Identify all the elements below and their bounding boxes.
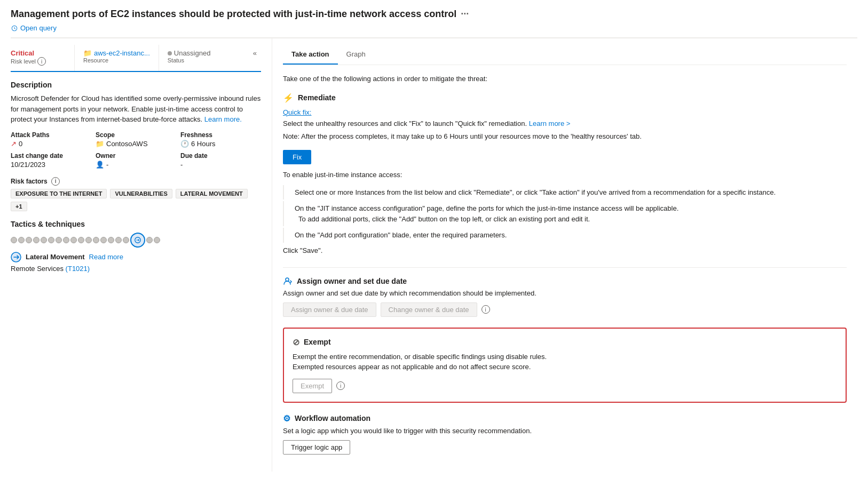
fix-button[interactable]: Fix — [283, 150, 311, 164]
risk-badge-internet: EXPOSURE TO THE INTERNET — [11, 189, 107, 198]
page-title: Management ports of EC2 instances should… — [11, 9, 857, 20]
tab-graph[interactable]: Graph — [338, 45, 374, 65]
tactic-dot-15[interactable] — [123, 237, 129, 243]
read-more-link[interactable]: Read more — [89, 253, 123, 261]
exempt-title: Exempt — [304, 338, 331, 346]
tactics-title: Tactics & techniques — [11, 220, 261, 228]
exempt-desc: Exempt the entire recommendation, or dis… — [293, 352, 837, 372]
tactic-dot-4[interactable] — [41, 237, 47, 243]
technique-link[interactable]: (T1021) — [66, 265, 90, 273]
assign-owner-header: Assign owner and set due date — [283, 276, 847, 286]
tactic-dot-17[interactable] — [146, 237, 153, 243]
jit-step-1: Select one or more Instances from the li… — [283, 185, 847, 200]
left-panel: Critical Risk level i 📁 aws-ec2-instanc.… — [11, 38, 272, 472]
jit-click-save: Click "Save". — [283, 244, 847, 257]
resource-cell[interactable]: 📁 aws-ec2-instanc... Resource — [75, 45, 159, 71]
remediate-title: Remediate — [298, 93, 336, 102]
metadata-row2: Last change date 10/21/2023 Owner 👤 - Du… — [11, 152, 261, 169]
tactic-dot-6[interactable] — [56, 237, 62, 243]
risk-level-value: Critical — [11, 49, 68, 57]
metadata-row1: Attack Paths ↗ 0 Scope 📁 ContosoAWS Fres… — [11, 131, 261, 148]
gear-icon: ⚙ — [283, 413, 290, 424]
exempt-header: ⊘ Exempt — [293, 337, 837, 347]
risk-factors-info-icon[interactable]: i — [51, 177, 60, 186]
clock-icon: 🕐 — [180, 140, 189, 148]
tactic-dot-active[interactable] — [130, 233, 145, 248]
page-title-text: Management ports of EC2 instances should… — [11, 9, 456, 20]
status-row: Critical Risk level i 📁 aws-ec2-instanc.… — [11, 45, 261, 72]
resource-label: Resource — [83, 57, 150, 63]
description-learn-more[interactable]: Learn more. — [204, 115, 242, 123]
learn-more-link[interactable]: Learn more > — [529, 119, 571, 128]
status-dot — [168, 51, 172, 55]
owner-item: Owner 👤 - — [96, 152, 176, 169]
risk-badge-plus: +1 — [11, 202, 27, 211]
tactic-dot-3[interactable] — [33, 237, 40, 243]
tactics-section: Tactics & techniques — [11, 220, 261, 273]
tactic-dot-10[interactable] — [85, 237, 92, 243]
change-owner-button[interactable]: Change owner & due date — [381, 302, 477, 317]
lateral-movement-svg-icon — [11, 252, 21, 262]
assign-owner-button[interactable]: Assign owner & due date — [283, 302, 376, 317]
last-change-value: 10/21/2023 — [11, 161, 91, 169]
take-action-description: Take one of the the following actions in… — [283, 74, 847, 84]
tab-take-action[interactable]: Take action — [283, 45, 338, 65]
lateral-movement-icon — [134, 236, 141, 244]
page-title-ellipsis: ··· — [461, 9, 469, 20]
risk-factors-badges: EXPOSURE TO THE INTERNET VULNERABILITIES… — [11, 189, 261, 211]
description-text: Microsoft Defender for Cloud has identif… — [11, 93, 261, 125]
risk-factors-section: Risk factors i EXPOSURE TO THE INTERNET … — [11, 177, 261, 211]
folder-icon: 📁 — [83, 49, 92, 57]
jit-step-2: On the "JIT instance access configuratio… — [283, 201, 847, 226]
owner-label: Owner — [96, 152, 176, 160]
open-query-link[interactable]: Open query — [11, 24, 857, 32]
tactic-dot-7[interactable] — [63, 237, 69, 243]
quick-fix-desc2: Note: After the process completes, it ma… — [283, 131, 847, 142]
scope-label: Scope — [96, 131, 176, 139]
tactic-dot-8[interactable] — [70, 237, 77, 243]
risk-badge-lateral: LATERAL MOVEMENT — [176, 189, 248, 198]
tactic-dot-13[interactable] — [108, 237, 114, 243]
right-tabs: Take action Graph — [283, 45, 847, 65]
last-change-label: Last change date — [11, 152, 91, 160]
tactic-dot-0[interactable] — [11, 237, 17, 243]
freshness-value: 🕐 6 Hours — [180, 140, 261, 148]
assign-owner-desc: Assign owner and set due date by which r… — [283, 289, 847, 297]
tactic-dot-5[interactable] — [48, 237, 54, 243]
tactic-dot-14[interactable] — [115, 237, 122, 243]
assign-owner-buttons: Assign owner & due date Change owner & d… — [283, 302, 847, 317]
due-date-label: Due date — [180, 152, 261, 160]
lateral-movement-label: Lateral Movement — [26, 253, 85, 261]
exempt-button[interactable]: Exempt — [293, 379, 332, 393]
tactic-dot-18[interactable] — [154, 237, 160, 243]
section-divider-1 — [283, 267, 847, 268]
assign-person-icon — [283, 276, 293, 286]
unassigned-status: Unassigned — [168, 49, 211, 57]
last-change-item: Last change date 10/21/2023 — [11, 152, 91, 169]
risk-badge-vulnerabilities: VULNERABILITIES — [110, 189, 172, 198]
quick-fix-label[interactable]: Quick fix: — [283, 108, 847, 116]
lightning-icon: ⚡ — [283, 93, 294, 103]
open-query-label: Open query — [20, 24, 57, 32]
unassigned-cell: Unassigned Status — [159, 45, 219, 71]
collapse-button[interactable]: « — [249, 45, 261, 71]
remediate-section: ⚡ Remediate Quick fix: Select the unheal… — [283, 93, 847, 257]
trigger-logic-app-button[interactable]: Trigger logic app — [283, 440, 350, 455]
scope-value: 📁 ContosoAWS — [96, 140, 176, 148]
assign-owner-info-icon[interactable]: i — [482, 305, 490, 314]
assign-owner-section: Assign owner and set due date Assign own… — [283, 276, 847, 317]
exempt-circle-icon: ⊘ — [293, 337, 299, 347]
risk-level-info-icon[interactable]: i — [37, 57, 46, 66]
status-label: Status — [168, 57, 211, 63]
workflow-section: ⚙ Workflow automation Set a logic app wh… — [283, 413, 847, 455]
workflow-header: ⚙ Workflow automation — [283, 413, 847, 424]
tactic-dot-11[interactable] — [93, 237, 99, 243]
tactic-dot-12[interactable] — [100, 237, 107, 243]
tactic-dot-9[interactable] — [78, 237, 84, 243]
tactic-dot-1[interactable] — [18, 237, 25, 243]
assign-owner-title: Assign owner and set due date — [297, 277, 407, 285]
tactic-dot-2[interactable] — [26, 237, 32, 243]
exempt-info-icon[interactable]: i — [336, 381, 345, 390]
jit-step-3: On the "Add port configuration" blade, e… — [283, 228, 847, 243]
remote-services-row: Remote Services (T1021) — [11, 265, 261, 273]
